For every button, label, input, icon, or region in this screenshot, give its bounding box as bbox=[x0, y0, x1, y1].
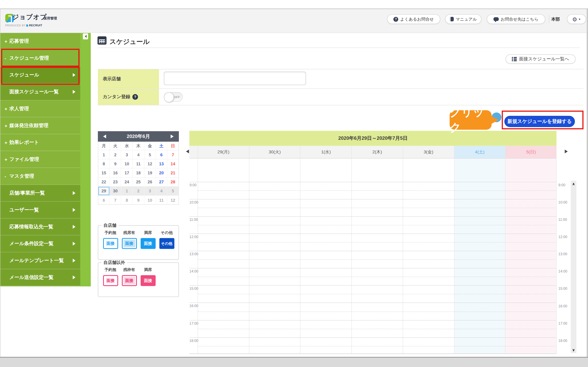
submenu-arrow-icon bbox=[73, 225, 76, 229]
date-cell[interactable]: 1 bbox=[98, 150, 109, 159]
date-cell[interactable]: 7 bbox=[109, 196, 121, 204]
date-cell[interactable]: 10 bbox=[121, 159, 132, 168]
date-cell[interactable]: 22 bbox=[98, 177, 109, 186]
date-cell[interactable]: 7 bbox=[167, 150, 178, 159]
date-cell[interactable]: 18 bbox=[133, 168, 144, 177]
date-cell[interactable]: 6 bbox=[155, 150, 167, 159]
day-column[interactable] bbox=[198, 158, 249, 353]
mini-calendar-week-row: 293012345 bbox=[98, 186, 178, 195]
time-label-left: 17:00 bbox=[189, 321, 197, 325]
date-cell[interactable]: 26 bbox=[144, 177, 155, 186]
legend-sample-button: 面接 bbox=[122, 238, 137, 249]
header-divider bbox=[549, 15, 549, 23]
sidebar-item-マスタ管理[interactable]: -マスタ管理 bbox=[0, 168, 80, 185]
frame-right-border bbox=[587, 9, 588, 357]
sidebar-item-媒体発注依頼管理[interactable]: +媒体発注依頼管理 bbox=[0, 117, 80, 134]
sidebar-item-メール条件設定一覧[interactable]: メール条件設定一覧 bbox=[0, 235, 80, 252]
date-cell[interactable]: 2 bbox=[109, 150, 121, 159]
interview-schedule-list-button[interactable]: 面接スケジュール一覧へ bbox=[505, 54, 576, 64]
store-field-label: 表示店舗 bbox=[98, 69, 159, 89]
next-month-icon[interactable] bbox=[171, 134, 174, 138]
sidebar-item-label: 面接スケジュール一覧 bbox=[9, 89, 59, 95]
sidebar-item-効果レポート[interactable]: +効果レポート bbox=[0, 134, 80, 151]
sidebar-item-スケジュール管理[interactable]: -スケジュール管理 bbox=[0, 50, 80, 67]
date-cell[interactable]: 5 bbox=[167, 187, 178, 195]
help-icon[interactable]: ? bbox=[133, 94, 138, 100]
day-column[interactable] bbox=[249, 158, 300, 353]
date-cell[interactable]: 2 bbox=[133, 187, 144, 195]
date-cell[interactable]: 28 bbox=[167, 177, 178, 186]
sidebar-item-応募管理[interactable]: +応募管理 bbox=[0, 33, 80, 50]
date-cell[interactable]: 6 bbox=[98, 196, 109, 204]
sidebar-item-label: 媒体発注依頼管理 bbox=[9, 122, 48, 129]
time-label-right: 13:00 bbox=[558, 252, 567, 256]
date-cell[interactable]: 11 bbox=[133, 159, 144, 168]
vertical-scrollbar[interactable]: ∧ ∨ bbox=[571, 181, 576, 353]
next-week-icon[interactable] bbox=[565, 150, 568, 153]
store-input[interactable] bbox=[164, 72, 306, 85]
date-cell[interactable]: 14 bbox=[167, 159, 178, 168]
date-cell[interactable]: 4 bbox=[133, 150, 144, 159]
date-cell[interactable]: 29 bbox=[98, 187, 109, 195]
date-cell[interactable]: 10 bbox=[144, 196, 155, 204]
date-cell[interactable]: 19 bbox=[144, 168, 155, 177]
sidebar-collapse-button[interactable] bbox=[83, 33, 88, 39]
date-cell[interactable]: 21 bbox=[167, 168, 178, 177]
date-cell[interactable]: 8 bbox=[98, 159, 109, 168]
date-cell[interactable]: 23 bbox=[109, 177, 121, 186]
date-cell[interactable]: 11 bbox=[155, 196, 167, 204]
date-cell[interactable]: 9 bbox=[133, 196, 144, 204]
date-cell[interactable]: 30 bbox=[109, 187, 121, 195]
date-cell[interactable]: 12 bbox=[144, 159, 155, 168]
contact-button[interactable]: お問合せ先はこちら bbox=[487, 14, 545, 24]
prev-week-icon[interactable] bbox=[186, 150, 189, 153]
submenu-arrow-icon bbox=[73, 242, 76, 246]
legend-column: 満席面接 bbox=[140, 230, 156, 249]
sidebar-item-メールテンプレート一覧[interactable]: メールテンプレート一覧 bbox=[0, 252, 80, 269]
prev-month-icon[interactable] bbox=[103, 134, 106, 138]
date-cell[interactable]: 25 bbox=[133, 177, 144, 186]
hour-line bbox=[189, 251, 556, 251]
day-column[interactable] bbox=[454, 158, 505, 353]
submenu-arrow-icon bbox=[73, 191, 76, 195]
date-cell[interactable]: 8 bbox=[121, 196, 132, 204]
sidebar-item-応募情報取込先一覧[interactable]: 応募情報取込先一覧 bbox=[0, 218, 80, 235]
date-cell[interactable]: 3 bbox=[121, 150, 132, 159]
legend-other-store: 自店舗以外予約無面接残枠有面接満席面接 bbox=[98, 262, 179, 297]
manual-button[interactable]: マニュアル bbox=[445, 14, 481, 24]
easy-register-toggle[interactable]: OFF bbox=[164, 92, 183, 101]
date-cell[interactable]: 27 bbox=[155, 177, 167, 186]
sidebar-item-求人管理[interactable]: +求人管理 bbox=[0, 100, 80, 117]
dow-cell: 月 bbox=[98, 142, 109, 150]
sidebar-item-ユーザー一覧[interactable]: ユーザー一覧 bbox=[0, 202, 80, 218]
sidebar-item-店舗/事業所一覧[interactable]: 店舗/事業所一覧 bbox=[0, 185, 80, 202]
date-cell[interactable]: 5 bbox=[144, 150, 155, 159]
date-cell[interactable]: 17 bbox=[121, 168, 132, 177]
day-column[interactable] bbox=[505, 158, 556, 353]
date-cell[interactable]: 1 bbox=[121, 187, 132, 195]
sidebar-item-メール送信設定一覧[interactable]: メール送信設定一覧 bbox=[0, 269, 80, 286]
date-cell[interactable]: 12 bbox=[167, 196, 178, 204]
sidebar-item-面接スケジュール一覧[interactable]: 面接スケジュール一覧 bbox=[0, 84, 80, 100]
day-header-2(木): 2(木) bbox=[351, 146, 403, 158]
day-column[interactable] bbox=[300, 158, 351, 353]
day-column[interactable] bbox=[403, 158, 454, 353]
date-cell[interactable]: 24 bbox=[121, 177, 132, 186]
date-cell[interactable]: 3 bbox=[144, 187, 155, 195]
sidebar-item-label: ユーザー一覧 bbox=[9, 207, 39, 213]
settings-button[interactable]: ⚙ ▼ bbox=[567, 14, 586, 24]
scroll-up-icon[interactable]: ∧ bbox=[571, 182, 576, 186]
date-cell[interactable]: 9 bbox=[109, 159, 121, 168]
date-cell[interactable]: 4 bbox=[155, 187, 167, 195]
sidebar-item-スケジュール[interactable]: スケジュール bbox=[0, 67, 80, 83]
new-schedule-button[interactable]: 新規スケジュールを登録する bbox=[504, 116, 575, 127]
day-column[interactable] bbox=[351, 158, 403, 353]
faq-button[interactable]: ? よくあるお問合せ bbox=[387, 14, 440, 24]
date-cell[interactable]: 16 bbox=[109, 168, 121, 177]
date-cell[interactable]: 13 bbox=[155, 159, 167, 168]
date-cell[interactable]: 15 bbox=[98, 168, 109, 177]
date-cell[interactable]: 20 bbox=[155, 168, 167, 177]
sidebar-item-ファイル管理[interactable]: +ファイル管理 bbox=[0, 151, 80, 168]
submenu-arrow-icon bbox=[73, 208, 76, 212]
scroll-down-icon[interactable]: ∨ bbox=[571, 348, 576, 352]
